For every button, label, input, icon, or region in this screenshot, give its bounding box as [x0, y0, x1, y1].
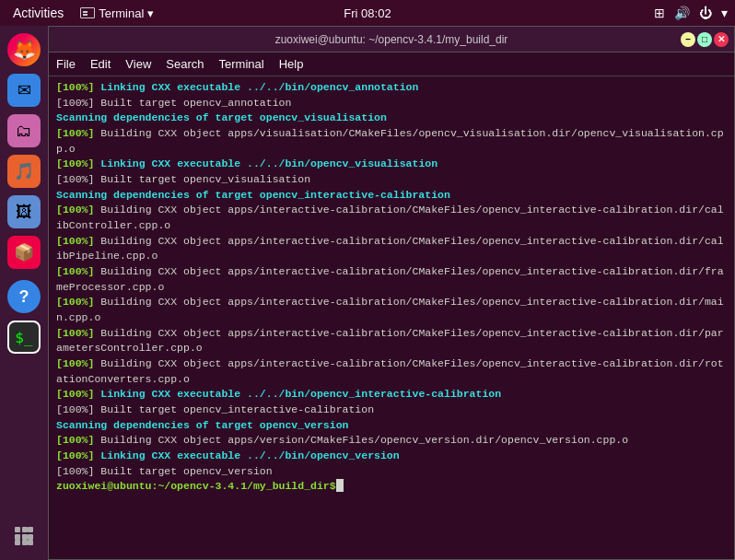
terminal-line: [100%] Linking CXX executable ../../bin/…	[56, 80, 727, 96]
menu-file[interactable]: File	[56, 57, 76, 71]
terminal-line: [100%] Building CXX object apps/version/…	[56, 433, 727, 449]
terminal-titlebar: zuoxiwei@ubuntu: ~/opencv-3.4.1/my_build…	[49, 27, 734, 52]
terminal-prompt-line: zuoxiwei@ubuntu:~/opencv-3.4.1/my_build_…	[56, 479, 727, 495]
terminal-line: [100%] Building CXX object apps/interact…	[56, 203, 727, 233]
terminal-line: [100%] Building CXX object apps/interact…	[56, 356, 727, 387]
terminal-window: zuoxiwei@ubuntu: ~/opencv-3.4.1/my_build…	[48, 26, 735, 560]
sidebar-item-software[interactable]: 📦	[7, 236, 41, 269]
menu-terminal[interactable]: Terminal	[219, 57, 264, 71]
svg-rect-6	[15, 540, 20, 545]
terminal-app-icon	[80, 7, 95, 18]
sidebar-item-apps[interactable]	[7, 519, 41, 553]
volume-icon[interactable]: 🔊	[674, 6, 690, 20]
svg-rect-5	[28, 534, 33, 540]
terminal-app-group[interactable]: Terminal ▾	[80, 6, 154, 20]
terminal-line: [100%] Building CXX object apps/interact…	[56, 264, 727, 295]
sidebar-launcher: 🦊 ✉ 🗂 🎵 🖼 📦 ? $_	[0, 26, 48, 560]
terminal-line: [100%] Linking CXX executable ../../bin/…	[56, 387, 727, 402]
system-topbar: Activities Terminal ▾ Fri 08:02 ⊞ 🔊 ⏻ ▾	[0, 0, 735, 26]
terminal-menubar: File Edit View Search Terminal Help	[49, 52, 734, 76]
terminal-line: [100%] Building CXX object apps/interact…	[56, 234, 727, 264]
sidebar-item-email[interactable]: ✉	[7, 74, 41, 107]
menu-view[interactable]: View	[125, 57, 151, 71]
terminal-line: [100%] Built target opencv_visualisation	[56, 172, 727, 188]
terminal-line: [100%] Building CXX object apps/interact…	[56, 295, 727, 325]
terminal-line: [100%] Building CXX object apps/interact…	[56, 326, 727, 356]
terminal-line: [100%] Built target opencv_version	[56, 464, 727, 480]
svg-rect-8	[28, 540, 33, 545]
menu-search[interactable]: Search	[166, 57, 204, 71]
svg-rect-4	[22, 534, 28, 540]
svg-rect-7	[22, 540, 28, 545]
menu-help[interactable]: Help	[279, 57, 304, 71]
terminal-app-label: Terminal	[99, 6, 144, 20]
clock: Fri 08:02	[344, 6, 391, 20]
sidebar-item-music[interactable]: 🎵	[7, 155, 41, 188]
terminal-dropdown-icon[interactable]: ▾	[147, 6, 154, 20]
terminal-line: Scanning dependencies of target opencv_v…	[56, 111, 727, 126]
terminal-line: [100%] Linking CXX executable ../../bin/…	[56, 157, 727, 172]
close-button[interactable]: ✕	[714, 32, 729, 47]
terminal-line: Scanning dependencies of target opencv_v…	[56, 418, 727, 434]
sidebar-item-firefox[interactable]: 🦊	[7, 33, 41, 66]
menu-edit[interactable]: Edit	[90, 57, 111, 71]
svg-rect-1	[22, 527, 28, 532]
activities-button[interactable]: Activities	[7, 6, 69, 20]
terminal-line: Scanning dependencies of target opencv_i…	[56, 188, 727, 204]
network-icon[interactable]: ⊞	[654, 6, 665, 20]
svg-rect-3	[15, 534, 20, 540]
terminal-title: zuoxiwei@ubuntu: ~/opencv-3.4.1/my_build…	[275, 33, 508, 46]
cursor	[336, 479, 344, 492]
svg-rect-2	[28, 527, 33, 532]
topbar-right-icons: ⊞ 🔊 ⏻ ▾	[654, 6, 728, 20]
terminal-line: [100%] Built target opencv_interactive-c…	[56, 402, 727, 418]
window-controls: – □ ✕	[681, 32, 729, 47]
power-icon[interactable]: ⏻	[699, 6, 712, 20]
sidebar-item-terminal[interactable]: $_	[7, 321, 41, 354]
system-dropdown-icon[interactable]: ▾	[721, 6, 728, 20]
apps-grid-icon	[14, 526, 34, 546]
terminal-line: [100%] Linking CXX executable ../../bin/…	[56, 449, 727, 464]
svg-rect-0	[15, 527, 20, 532]
terminal-body[interactable]: [100%] Linking CXX executable ../../bin/…	[49, 76, 734, 559]
sidebar-item-images[interactable]: 🖼	[7, 195, 41, 228]
terminal-line: [100%] Built target opencv_annotation	[56, 96, 727, 111]
sidebar-item-files[interactable]: 🗂	[7, 114, 41, 147]
minimize-button[interactable]: –	[681, 32, 695, 47]
sidebar-item-help[interactable]: ?	[7, 280, 41, 313]
maximize-button[interactable]: □	[697, 32, 712, 47]
terminal-line: [100%] Building CXX object apps/visualis…	[56, 126, 727, 157]
